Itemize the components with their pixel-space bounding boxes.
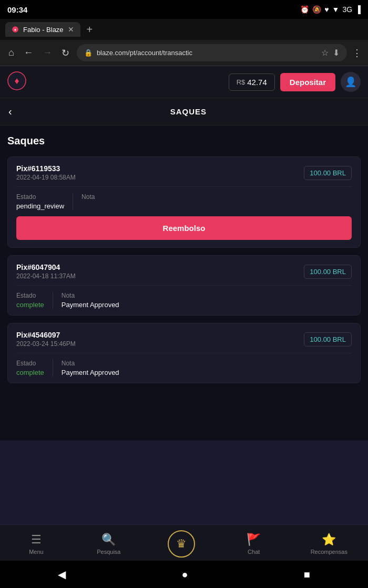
logo: ♦ [7, 71, 26, 92]
nota-field: Nota Payment Approved [53, 292, 119, 309]
status-time: 09:34 [7, 5, 27, 14]
blaze-logo-icon: ♦ [7, 71, 26, 90]
tx-amount: 100.00 BRL [304, 265, 352, 279]
address-bar[interactable]: 🔒 blaze.com/pt/account/transactic ☆ ⬇ [77, 44, 347, 61]
page-title: SAQUES [17, 107, 360, 116]
android-home-button[interactable]: ● [173, 566, 196, 583]
tab-title: Fabio - Blaze [23, 26, 64, 34]
battery-icon: ▐ [355, 5, 361, 14]
nota-field: Nota Payment Approved [53, 360, 119, 376]
estado-label: Estado [16, 193, 64, 201]
home-nav-button[interactable]: ⌂ [6, 45, 16, 60]
app-header: ♦ R$ 42.74 Depositar 👤 [0, 66, 368, 98]
card-bottom: Estado complete Nota Payment Approved [8, 286, 360, 315]
card-top: Pix#6119533 2022-04-19 08:58AM 100.00 BR… [8, 157, 360, 186]
transaction-card: Pix#6047904 2022-04-18 11:37AM 100.00 BR… [7, 255, 361, 316]
bell-off-icon: 🔕 [312, 5, 321, 14]
main-content: Saques Pix#6119533 2022-04-19 08:58AM 10… [0, 125, 368, 440]
tx-amount: 100.00 BRL [304, 332, 352, 346]
android-back-button[interactable]: ◀ [49, 566, 74, 583]
nav-label-rewards: Recompensas [311, 549, 347, 555]
nav-label-search: Pesquisa [97, 549, 120, 555]
nav-item-search[interactable]: 🔍 Pesquisa [93, 533, 125, 555]
nav-item-chat[interactable]: 🚩 Chat [238, 533, 270, 555]
deposit-button[interactable]: Depositar [280, 73, 335, 91]
tab-bar: ♦ Fabio - Blaze ✕ + [0, 19, 368, 40]
tx-date: 2022-04-19 08:58AM [16, 174, 76, 181]
signal-icon: 3G [342, 5, 352, 14]
estado-label: Estado [16, 292, 44, 299]
active-tab[interactable]: ♦ Fabio - Blaze ✕ [5, 22, 80, 37]
new-tab-button[interactable]: + [85, 24, 95, 36]
estado-value: pending_review [16, 202, 64, 210]
nota-label: Nota [62, 360, 119, 367]
reembolso-button[interactable]: Reembolso [16, 216, 352, 240]
estado-label: Estado [16, 360, 44, 367]
nav-item-rewards[interactable]: ⭐ Recompensas [311, 533, 347, 555]
estado-field: Estado complete [16, 292, 44, 309]
browser-chrome: ♦ Fabio - Blaze ✕ + ⌂ ← → ↻ 🔒 blaze.com/… [0, 19, 368, 66]
nota-label: Nota [81, 193, 95, 201]
favicon-icon: ♦ [12, 26, 19, 33]
nav-label-menu: Menu [29, 549, 44, 555]
profile-button[interactable]: 👤 [341, 72, 361, 92]
card-top: Pix#4546097 2022-03-24 15:46PM 100.00 BR… [8, 323, 360, 353]
browser-menu-button[interactable]: ⋮ [352, 47, 362, 59]
tx-id: Pix#4546097 [16, 331, 76, 339]
reload-nav-button[interactable]: ↻ [59, 45, 71, 61]
tx-info: Pix#6047904 2022-04-18 11:37AM [16, 263, 76, 280]
back-button[interactable]: ‹ [8, 106, 12, 118]
page-header: ‹ SAQUES [0, 98, 368, 125]
search-icon: 🔍 [101, 533, 116, 547]
balance-amount: 42.74 [247, 78, 267, 87]
forward-nav-button[interactable]: → [40, 45, 54, 60]
nav-item-menu[interactable]: ☰ Menu [21, 533, 52, 555]
crown-icon: ♛ [176, 537, 187, 551]
nav-label-chat: Chat [248, 549, 260, 555]
nota-value: Payment Approved [62, 301, 119, 309]
nota-field: Nota [73, 193, 95, 210]
rewards-icon: ⭐ [322, 533, 336, 547]
bookmark-icon[interactable]: ☆ [321, 48, 329, 58]
crown-button[interactable]: ♛ [168, 530, 195, 558]
estado-field: Estado pending_review [16, 193, 64, 210]
android-nav: ◀ ● ■ [0, 561, 368, 588]
android-recent-button[interactable]: ■ [295, 566, 319, 583]
card-top: Pix#6047904 2022-04-18 11:37AM 100.00 BR… [8, 256, 360, 285]
tx-date: 2022-04-18 11:37AM [16, 272, 76, 280]
profile-icon: 👤 [345, 76, 356, 88]
nav-bar: ⌂ ← → ↻ 🔒 blaze.com/pt/account/transacti… [0, 40, 368, 66]
heart-icon: ♥ [324, 5, 329, 14]
section-title: Saques [7, 135, 361, 147]
nav-item-home[interactable]: ♛ [166, 530, 197, 558]
tx-info: Pix#6119533 2022-04-19 08:58AM [16, 164, 76, 181]
status-icons: ⏰ 🔕 ♥ ▼ 3G ▐ [300, 5, 361, 14]
card-bottom: Estado pending_review Nota [8, 187, 360, 216]
tx-id: Pix#6047904 [16, 263, 76, 271]
lock-icon: 🔒 [84, 49, 93, 57]
balance-currency: R$ [237, 78, 246, 86]
estado-value: complete [16, 301, 44, 309]
estado-value: complete [16, 369, 44, 376]
wifi-icon: ▼ [332, 5, 340, 14]
tx-date: 2022-03-24 15:46PM [16, 340, 76, 348]
estado-field: Estado complete [16, 360, 44, 376]
url-text: blaze.com/pt/account/transactic [97, 49, 317, 57]
card-bottom: Estado complete Nota Payment Approved [8, 353, 360, 383]
back-nav-button[interactable]: ← [22, 45, 35, 60]
status-bar: 09:34 ⏰ 🔕 ♥ ▼ 3G ▐ [0, 0, 368, 19]
nota-label: Nota [62, 292, 119, 299]
tx-id: Pix#6119533 [16, 164, 76, 173]
transaction-card: Pix#6119533 2022-04-19 08:58AM 100.00 BR… [7, 156, 361, 248]
nota-value: Payment Approved [62, 369, 119, 376]
tx-amount: 100.00 BRL [304, 166, 352, 180]
svg-text:♦: ♦ [14, 27, 16, 32]
bottom-nav: ☰ Menu 🔍 Pesquisa ♛ 🚩 Chat ⭐ Recompensas [0, 524, 368, 561]
chat-icon: 🚩 [247, 533, 261, 547]
alarm-icon: ⏰ [300, 5, 309, 14]
menu-icon: ☰ [31, 533, 42, 547]
transaction-card: Pix#4546097 2022-03-24 15:46PM 100.00 BR… [7, 323, 361, 383]
tab-close-button[interactable]: ✕ [68, 25, 74, 34]
tx-info: Pix#4546097 2022-03-24 15:46PM [16, 331, 76, 348]
download-icon[interactable]: ⬇ [333, 48, 340, 58]
